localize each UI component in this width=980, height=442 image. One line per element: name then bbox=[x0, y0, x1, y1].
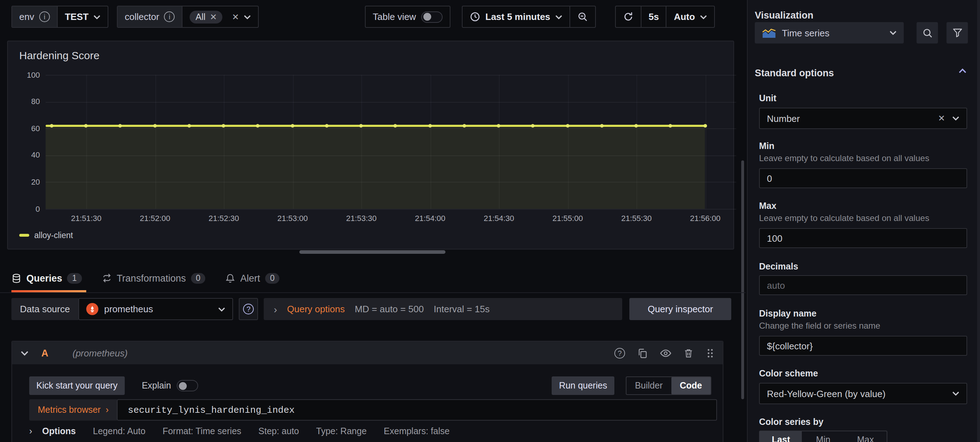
env-variable-control[interactable]: env i TEST bbox=[11, 6, 108, 28]
drag-handle-icon[interactable] bbox=[706, 348, 714, 358]
datasource-picker[interactable]: prometheus bbox=[78, 298, 233, 320]
tab-queries[interactable]: Queries 1 bbox=[11, 265, 92, 291]
builder-code-toggle: Builder Code bbox=[626, 377, 711, 395]
filter-options-button[interactable] bbox=[947, 22, 968, 43]
refresh-button[interactable] bbox=[616, 6, 641, 27]
chevron-up-icon[interactable] bbox=[959, 68, 966, 73]
env-variable-value[interactable]: TEST bbox=[57, 6, 108, 27]
prometheus-icon bbox=[86, 303, 99, 315]
explain-toggle[interactable] bbox=[177, 380, 198, 391]
options-step: Step: auto bbox=[258, 426, 299, 436]
options-type: Type: Range bbox=[316, 426, 367, 436]
query-header-actions: ? bbox=[614, 348, 714, 358]
legend-series-name[interactable]: alloy-client bbox=[34, 231, 73, 240]
datasource-row: Data source prometheus ? › Query options… bbox=[11, 298, 731, 320]
sidebar-scrollbar[interactable] bbox=[977, 0, 980, 442]
metrics-browser-button[interactable]: Metrics browser › bbox=[29, 399, 117, 421]
time-series-chart[interactable]: 02040608010021:51:3021:52:0021:52:3021:5… bbox=[8, 41, 733, 249]
display-name-input[interactable] bbox=[759, 336, 967, 356]
color-series-by-min[interactable]: Min bbox=[802, 431, 845, 442]
chevron-down-icon bbox=[555, 14, 562, 19]
color-scheme-select[interactable]: Red-Yellow-Green (by value) bbox=[759, 383, 967, 404]
tab-alert[interactable]: Alert 0 bbox=[215, 265, 290, 291]
options-exemplars: Exemplars: false bbox=[384, 426, 450, 436]
max-label: Max bbox=[759, 201, 776, 211]
y-axis-tick-label: 0 bbox=[16, 204, 40, 213]
color-scheme-label: Color scheme bbox=[759, 369, 818, 378]
chevron-down-icon bbox=[952, 116, 959, 121]
vertical-scrollbar[interactable] bbox=[741, 161, 744, 399]
unit-label: Unit bbox=[759, 94, 776, 103]
chevron-down-icon bbox=[700, 14, 707, 19]
display-name-hint: Change the field or series name bbox=[759, 321, 880, 331]
collector-chip-all[interactable]: All ✕ bbox=[190, 10, 223, 23]
color-series-by-last[interactable]: Last bbox=[760, 431, 802, 442]
unit-select[interactable]: Number ✕ bbox=[759, 108, 967, 129]
data-point bbox=[634, 124, 638, 127]
options-sidebar: Visualization Time series Standard optio… bbox=[747, 0, 980, 442]
toolbar: env i TEST collector i All ✕ ✕ bbox=[0, 0, 746, 33]
unit-value: Number bbox=[767, 113, 800, 124]
horizontal-scrollbar[interactable] bbox=[299, 250, 445, 254]
data-point bbox=[290, 124, 294, 127]
chevron-right-icon: › bbox=[274, 303, 277, 315]
collector-variable-control[interactable]: collector i All ✕ ✕ bbox=[117, 6, 259, 28]
divider bbox=[0, 292, 746, 293]
eye-icon[interactable] bbox=[660, 348, 671, 358]
query-help-icon[interactable]: ? bbox=[614, 348, 625, 358]
grafana-panel-editor: env i TEST collector i All ✕ ✕ bbox=[0, 0, 980, 442]
duplicate-icon[interactable] bbox=[637, 348, 648, 358]
clear-all-icon[interactable]: ✕ bbox=[232, 13, 239, 21]
explain-control: Explain bbox=[142, 380, 198, 391]
chip-remove-icon[interactable]: ✕ bbox=[210, 13, 217, 21]
tab-label: Transformations bbox=[116, 273, 186, 283]
bell-icon bbox=[225, 273, 235, 283]
collector-variable-value[interactable]: All ✕ ✕ bbox=[182, 6, 258, 27]
query-options-summary-row[interactable]: › Options Legend: Auto Format: Time seri… bbox=[29, 426, 450, 436]
refresh-control: 5s Auto bbox=[615, 6, 715, 28]
collapse-chevron-icon[interactable] bbox=[21, 350, 29, 355]
auto-dropdown[interactable]: Auto bbox=[666, 6, 714, 27]
options-legend: Legend: Auto bbox=[93, 426, 145, 436]
chevron-right-icon: › bbox=[105, 405, 108, 415]
search-visualization-button[interactable] bbox=[916, 22, 938, 43]
zoom-out-button[interactable] bbox=[570, 6, 595, 27]
tab-count-badge: 1 bbox=[67, 273, 82, 283]
env-label-text: env bbox=[19, 11, 34, 22]
color-series-by-max[interactable]: Max bbox=[844, 431, 887, 442]
trash-icon[interactable] bbox=[684, 348, 694, 358]
auto-text: Auto bbox=[674, 11, 695, 22]
code-option[interactable]: Code bbox=[671, 377, 711, 394]
series-area-fill bbox=[46, 127, 705, 209]
min-label: Min bbox=[759, 141, 775, 151]
decimals-input[interactable] bbox=[759, 275, 967, 295]
query-ref-note: (prometheus) bbox=[73, 348, 128, 358]
query-inspector-button[interactable]: Query inspector bbox=[629, 298, 731, 320]
query-expression-input[interactable]: security_lynis_hardening_index bbox=[117, 399, 717, 421]
datasource-help-button[interactable]: ? bbox=[239, 298, 258, 320]
kick-start-button[interactable]: Kick start your query bbox=[29, 377, 125, 395]
query-card-header[interactable]: A (prometheus) ? bbox=[12, 342, 723, 364]
clear-unit-icon[interactable]: ✕ bbox=[938, 114, 945, 122]
y-axis-tick-label: 40 bbox=[16, 151, 40, 159]
time-range-button[interactable]: Last 5 minutes bbox=[463, 6, 570, 27]
x-axis-tick-label: 21:56:00 bbox=[680, 214, 730, 223]
query-expression-row: Metrics browser › security_lynis_hardeni… bbox=[29, 399, 717, 421]
run-queries-button[interactable]: Run queries bbox=[552, 377, 614, 395]
min-input[interactable] bbox=[759, 168, 967, 188]
options-label[interactable]: Options bbox=[42, 426, 76, 436]
table-view-toggle-wrap: Table view bbox=[366, 6, 449, 27]
visualization-picker[interactable]: Time series bbox=[755, 22, 904, 43]
gridline-horizontal bbox=[46, 102, 736, 102]
query-options-label[interactable]: Query options bbox=[287, 304, 345, 315]
collector-label-text: collector bbox=[125, 11, 159, 22]
refresh-interval-button[interactable]: 5s bbox=[641, 6, 666, 27]
max-input[interactable] bbox=[759, 228, 967, 248]
tab-transformations[interactable]: Transformations 0 bbox=[92, 265, 215, 291]
table-view-toggle[interactable] bbox=[421, 11, 442, 22]
builder-option[interactable]: Builder bbox=[627, 377, 671, 394]
data-point bbox=[50, 124, 54, 127]
query-options-bar[interactable]: › Query options MD = auto = 500 Interval… bbox=[264, 298, 622, 320]
standard-options-heading[interactable]: Standard options bbox=[755, 68, 834, 78]
data-point bbox=[703, 124, 707, 127]
